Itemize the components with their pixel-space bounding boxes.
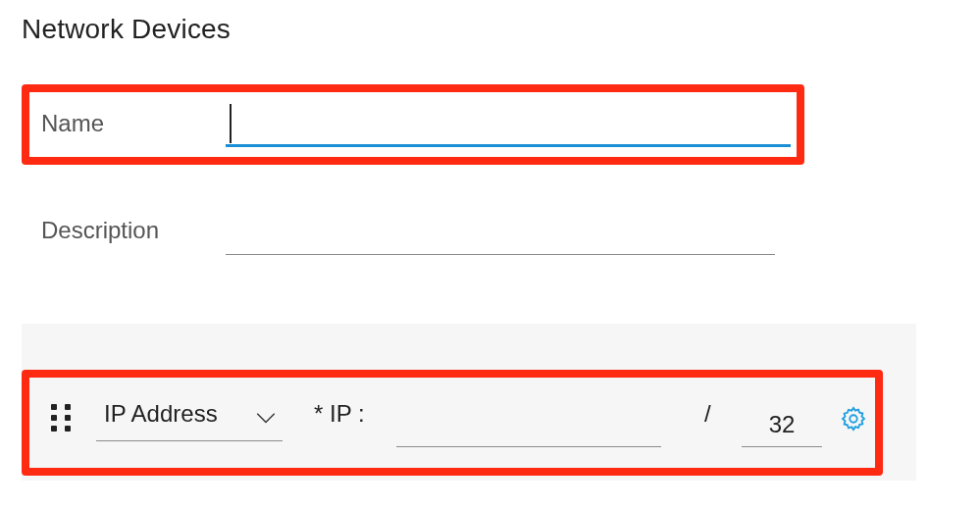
ip-settings-button[interactable]	[840, 405, 867, 433]
ip-mask-separator: /	[704, 400, 711, 428]
description-input[interactable]	[226, 210, 775, 255]
ip-type-select-value: IP Address	[104, 400, 218, 428]
name-label: Name	[41, 110, 104, 137]
text-caret	[230, 104, 232, 143]
ip-mask-input[interactable]	[742, 402, 822, 447]
svg-point-0	[850, 415, 856, 422]
ip-input[interactable]	[396, 402, 661, 447]
page-title: Network Devices	[22, 14, 231, 45]
name-input[interactable]	[226, 102, 791, 147]
drag-handle-icon[interactable]	[51, 404, 77, 432]
ip-type-select[interactable]: IP Address	[96, 388, 283, 441]
ip-field-label: * IP :	[314, 400, 365, 428]
gear-icon	[840, 405, 867, 433]
description-label: Description	[41, 217, 159, 244]
chevron-down-icon	[255, 412, 277, 426]
